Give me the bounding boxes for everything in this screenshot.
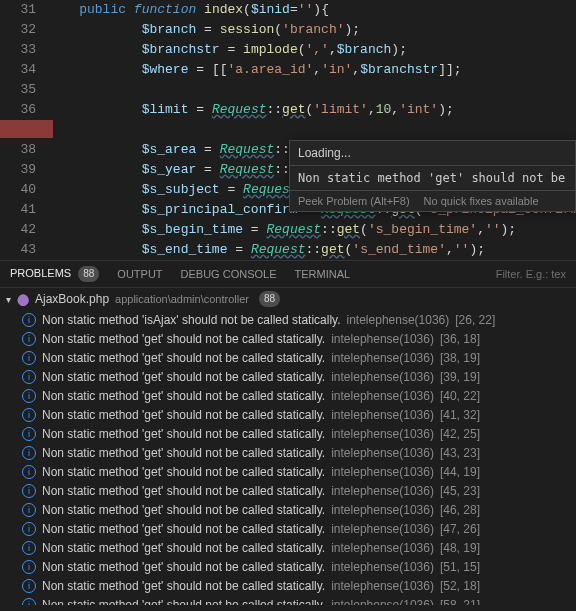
problem-row[interactable]: iNon static method 'get' should not be c… xyxy=(0,367,576,386)
problem-row[interactable]: iNon static method 'get' should not be c… xyxy=(0,500,576,519)
problem-source: intelephense(1036) xyxy=(331,598,434,606)
tab-problems[interactable]: PROBLEMS 88 xyxy=(10,266,99,282)
problem-message: Non static method 'get' should not be ca… xyxy=(42,560,325,574)
problem-source: intelephense(1036) xyxy=(331,408,434,422)
problem-row[interactable]: iNon static method 'get' should not be c… xyxy=(0,557,576,576)
problem-source: intelephense(1036) xyxy=(331,427,434,441)
problem-row[interactable]: iNon static method 'get' should not be c… xyxy=(0,386,576,405)
problem-message: Non static method 'get' should not be ca… xyxy=(42,332,325,346)
problems-count-badge: 88 xyxy=(78,266,99,282)
problem-location: [41, 32] xyxy=(440,408,480,422)
panel-tab-bar: PROBLEMS 88 OUTPUT DEBUG CONSOLE TERMINA… xyxy=(0,260,576,288)
line-number: 38 xyxy=(0,140,36,160)
line-number: 42 xyxy=(0,220,36,240)
problem-location: [42, 25] xyxy=(440,427,480,441)
code-editor[interactable]: 31323334353637383940414243 public functi… xyxy=(0,0,576,260)
code-line[interactable]: $branch = session('branch'); xyxy=(48,20,576,40)
hover-tooltip: Loading... Non static method 'get' shoul… xyxy=(289,140,576,212)
problem-location: [52, 18] xyxy=(440,579,480,593)
problem-message: Non static method 'get' should not be ca… xyxy=(42,579,325,593)
problem-row[interactable]: iNon static method 'isAjax' should not b… xyxy=(0,310,576,329)
problem-source: intelephense(1036) xyxy=(331,446,434,460)
code-line[interactable]: $branchstr = implode(',',$branch); xyxy=(48,40,576,60)
problem-row[interactable]: iNon static method 'get' should not be c… xyxy=(0,519,576,538)
line-number: 32 xyxy=(0,20,36,40)
problem-message: Non static method 'get' should not be ca… xyxy=(42,370,325,384)
problem-location: [36, 18] xyxy=(440,332,480,346)
problem-message: Non static method 'get' should not be ca… xyxy=(42,484,325,498)
tab-problems-label: PROBLEMS xyxy=(10,267,71,279)
problem-message: Non static method 'get' should not be ca… xyxy=(42,351,325,365)
info-icon: i xyxy=(22,541,36,555)
code-line[interactable] xyxy=(48,120,576,140)
problem-source: intelephense(1036) xyxy=(331,560,434,574)
code-line[interactable]: $s_begin_time = Request::get('s_begin_ti… xyxy=(48,220,576,240)
problem-row[interactable]: iNon static method 'get' should not be c… xyxy=(0,443,576,462)
problem-location: [39, 19] xyxy=(440,370,480,384)
tab-output[interactable]: OUTPUT xyxy=(117,268,162,280)
problem-row[interactable]: iNon static method 'get' should not be c… xyxy=(0,405,576,424)
problem-location: [40, 22] xyxy=(440,389,480,403)
problem-message: Non static method 'get' should not be ca… xyxy=(42,408,325,422)
problem-row[interactable]: iNon static method 'get' should not be c… xyxy=(0,481,576,500)
code-content[interactable]: public function index($inid=''){ $branch… xyxy=(48,0,576,260)
hover-loading: Loading... xyxy=(290,141,575,166)
problems-list[interactable]: iNon static method 'isAjax' should not b… xyxy=(0,310,576,605)
problem-row[interactable]: iNon static method 'get' should not be c… xyxy=(0,576,576,595)
info-icon: i xyxy=(22,313,36,327)
problem-location: [44, 19] xyxy=(440,465,480,479)
problem-source: intelephense(1036) xyxy=(331,503,434,517)
problem-message: Non static method 'isAjax' should not be… xyxy=(42,313,341,327)
problem-message: Non static method 'get' should not be ca… xyxy=(42,446,325,460)
problem-source: intelephense(1036) xyxy=(331,370,434,384)
info-icon: i xyxy=(22,465,36,479)
problem-row[interactable]: iNon static method 'get' should not be c… xyxy=(0,348,576,367)
problem-location: [45, 23] xyxy=(440,484,480,498)
problem-location: [26, 22] xyxy=(455,313,495,327)
problem-row[interactable]: iNon static method 'get' should not be c… xyxy=(0,462,576,481)
tab-terminal[interactable]: TERMINAL xyxy=(295,268,351,280)
tab-debug-console[interactable]: DEBUG CONSOLE xyxy=(181,268,277,280)
problem-location: [43, 23] xyxy=(440,446,480,460)
info-icon: i xyxy=(22,560,36,574)
problem-message: Non static method 'get' should not be ca… xyxy=(42,598,325,606)
problem-row[interactable]: iNon static method 'get' should not be c… xyxy=(0,595,576,605)
problems-filename: AjaxBook.php xyxy=(35,292,109,306)
problems-filter-input[interactable]: Filter. E.g.: tex xyxy=(496,268,566,280)
peek-problem-link[interactable]: Peek Problem (Alt+F8) xyxy=(298,195,410,207)
problem-message: Non static method 'get' should not be ca… xyxy=(42,389,325,403)
problems-file-header[interactable]: ▾ ⬤ AjaxBook.php application\admin\contr… xyxy=(0,288,576,310)
code-line[interactable]: $where = [['a.area_id','in',$branchstr]]… xyxy=(48,60,576,80)
line-number: 39 xyxy=(0,160,36,180)
problem-message: Non static method 'get' should not be ca… xyxy=(42,503,325,517)
line-number: 35 xyxy=(0,80,36,100)
problem-location: [46, 28] xyxy=(440,503,480,517)
line-number: 33 xyxy=(0,40,36,60)
problem-source: intelephense(1036) xyxy=(331,351,434,365)
code-line[interactable] xyxy=(48,80,576,100)
problem-location: [47, 26] xyxy=(440,522,480,536)
problem-row[interactable]: iNon static method 'get' should not be c… xyxy=(0,424,576,443)
line-number: 34 xyxy=(0,60,36,80)
info-icon: i xyxy=(22,370,36,384)
problem-row[interactable]: iNon static method 'get' should not be c… xyxy=(0,538,576,557)
info-icon: i xyxy=(22,389,36,403)
code-line[interactable]: $limit = Request::get('limit',10,'int'); xyxy=(48,100,576,120)
info-icon: i xyxy=(22,332,36,346)
problem-source: intelephense(1036) xyxy=(347,313,450,327)
problem-row[interactable]: iNon static method 'get' should not be c… xyxy=(0,329,576,348)
problem-location: [51, 15] xyxy=(440,560,480,574)
info-icon: i xyxy=(22,484,36,498)
info-icon: i xyxy=(22,446,36,460)
problem-source: intelephense(1036) xyxy=(331,541,434,555)
problem-location: [58, 21] xyxy=(440,598,480,606)
problem-location: [38, 19] xyxy=(440,351,480,365)
info-icon: i xyxy=(22,598,36,606)
code-line[interactable]: public function index($inid=''){ xyxy=(48,0,576,20)
php-file-icon: ⬤ xyxy=(17,293,29,306)
problem-source: intelephense(1036) xyxy=(331,332,434,346)
code-line[interactable]: $s_end_time = Request::get('s_end_time',… xyxy=(48,240,576,260)
problem-source: intelephense(1036) xyxy=(331,579,434,593)
line-number: 41 xyxy=(0,200,36,220)
chevron-down-icon: ▾ xyxy=(6,294,11,305)
